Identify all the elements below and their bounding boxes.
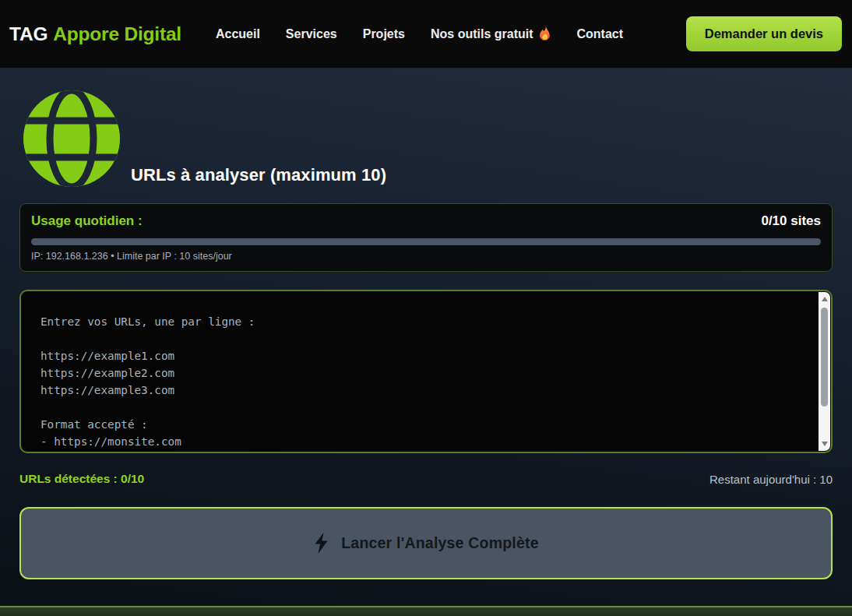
nav-item-accueil[interactable]: Accueil [216,27,260,41]
flame-icon [539,26,551,42]
url-input-container [19,290,833,453]
ip-info: IP: 192.168.1.236 • Limite par IP : 10 s… [31,251,821,262]
lightning-icon [313,533,329,554]
nav-item-outils[interactable]: Nos outils gratuit [431,26,551,42]
usage-header-row: Usage quotidien : 0/10 sites [31,213,821,229]
top-nav: TAGAppore Digital Accueil Services Proje… [0,0,852,69]
nav-links: Accueil Services Projets Nos outils grat… [216,26,623,42]
nav-item-outils-label: Nos outils gratuit [431,27,533,41]
scroll-down-button[interactable] [819,439,830,449]
usage-card: Usage quotidien : 0/10 sites IP: 192.168… [19,203,833,272]
page-title: URLs à analyser (maximum 10) [131,165,386,185]
footer-strip [0,606,852,616]
usage-label: Usage quotidien : [31,213,143,229]
scrollbar-thumb[interactable] [821,308,828,407]
url-textarea[interactable] [21,291,831,452]
usage-count: 0/10 sites [761,213,821,229]
logo-prefix: TAG [9,23,48,44]
analyze-button[interactable]: Lancer l'Analyse Complète [19,507,833,579]
scroll-up-arrow-icon [822,297,828,301]
page-header: URLs à analyser (maximum 10) [19,86,833,192]
logo-suffix: Appore Digital [53,23,181,44]
analyze-button-label: Lancer l'Analyse Complète [341,534,538,552]
remaining-count: Restant aujourd'hui : 10 [709,473,833,486]
globe-icon [19,86,124,192]
scroll-down-arrow-icon [822,442,828,446]
usage-progress-bar [31,238,821,245]
nav-item-services[interactable]: Services [286,27,337,41]
nav-item-contact[interactable]: Contact [577,27,624,41]
main-content: URLs à analyser (maximum 10) Usage quoti… [0,86,852,579]
scrollbar[interactable] [819,292,830,451]
request-quote-button[interactable]: Demander un devis [686,16,842,51]
nav-item-projets[interactable]: Projets [363,27,405,41]
detected-count: URLs détectées : 0/10 [19,472,144,486]
status-row: URLs détectées : 0/10 Restant aujourd'hu… [19,472,833,486]
scroll-up-button[interactable] [819,294,830,304]
logo[interactable]: TAGAppore Digital [9,23,181,45]
